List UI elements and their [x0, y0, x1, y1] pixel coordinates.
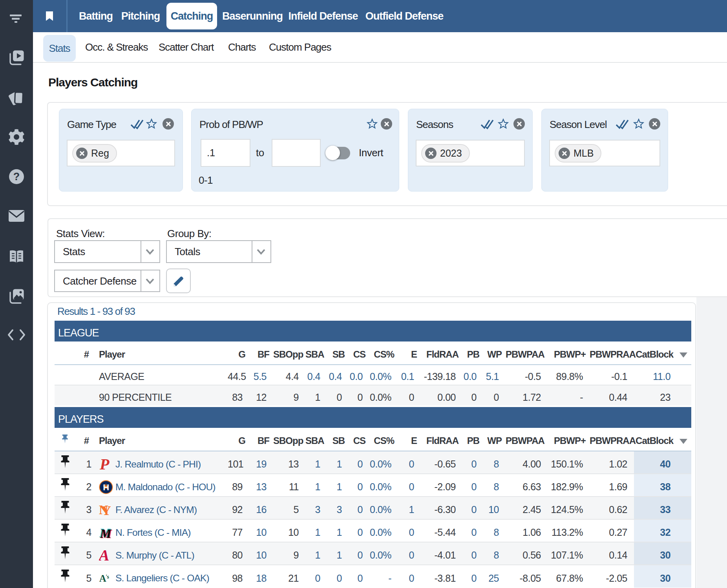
svg-text:?: ?	[13, 171, 20, 183]
svg-text:'s: 's	[106, 574, 109, 580]
svg-text:A: A	[99, 548, 109, 563]
svg-text:P: P	[99, 457, 110, 472]
svg-text:Y: Y	[102, 504, 111, 518]
svg-text:M: M	[100, 526, 112, 540]
svg-text:H: H	[103, 482, 109, 492]
svg-text:A: A	[99, 573, 106, 584]
